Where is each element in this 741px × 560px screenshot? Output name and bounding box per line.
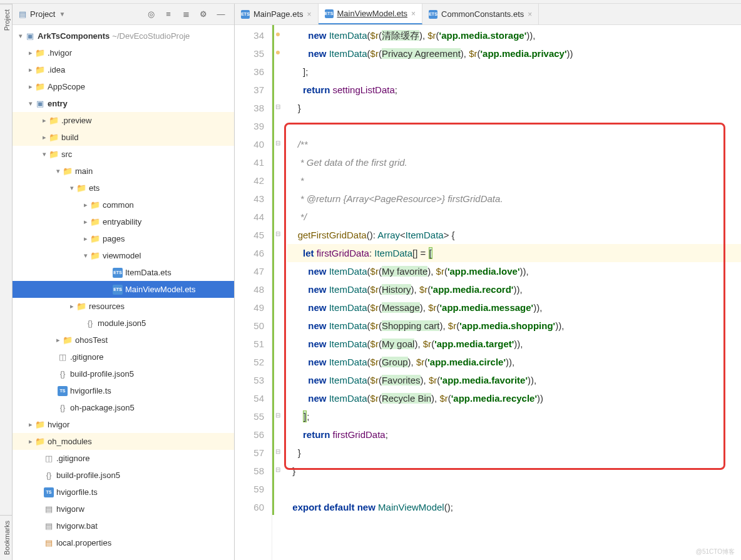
close-icon[interactable]: × <box>528 10 532 19</box>
tree-item[interactable]: ▸{}build-profile.json5 <box>13 365 234 382</box>
tree-item[interactable]: ▾📁src <box>13 146 234 163</box>
ets-file-icon: ETS <box>241 10 250 19</box>
hide-icon[interactable]: — <box>214 8 228 21</box>
tree-item[interactable]: ▸📁.hvigor <box>13 44 234 61</box>
tree-item[interactable]: ▸📁hvigor <box>13 416 234 433</box>
tree-item[interactable]: ▸📁pages <box>13 230 234 247</box>
collapse-icon[interactable]: ≣ <box>179 8 193 21</box>
panel-title[interactable]: Project <box>30 9 55 19</box>
tree-item[interactable]: ▸📁ohosTest <box>13 332 234 349</box>
tree-item[interactable]: ▸▤local.properties <box>13 534 234 551</box>
tree-item[interactable]: ▸📁AppScope <box>13 78 234 95</box>
line-number-gutter: 3435363738394041424344454647484950515253… <box>235 25 272 560</box>
tree-item[interactable]: ▸TShvigorfile.ts <box>13 382 234 399</box>
tree-root[interactable]: ▾▣ ArkTsComponents ~/DevEcoStudioProje <box>13 28 234 44</box>
watermark: @51CTO博客 <box>696 547 735 556</box>
ets-file-icon: ETS <box>429 10 437 19</box>
tree-item[interactable]: ▸{}module.json5 <box>13 315 234 332</box>
tree-item-selected[interactable]: ▸ETSMainViewModel.ets <box>13 281 234 298</box>
gear-icon[interactable]: ⚙ <box>197 8 210 21</box>
tree-item[interactable]: ▾📁ets <box>13 180 234 196</box>
tree-item[interactable]: ▸📁.idea <box>13 61 234 78</box>
code-body[interactable]: new ItemData($r(清除缓存), $r('app.media.sto… <box>281 25 741 560</box>
tool-tab-project[interactable]: Project <box>0 4 12 36</box>
project-view-icon: ▤ <box>19 9 26 19</box>
ets-file-icon: ETS <box>325 9 334 18</box>
tree-item[interactable]: ▸📁build <box>13 129 234 146</box>
tab-mainviewmodel[interactable]: ETS MainViewModel.ets × <box>319 4 423 24</box>
close-icon[interactable]: × <box>411 9 416 18</box>
tree-item[interactable]: ▾📁main <box>13 163 234 180</box>
tree-item[interactable]: ▸{}build-profile.json5 <box>13 467 234 484</box>
expand-icon[interactable]: ≡ <box>161 8 175 21</box>
tree-item[interactable]: ▸▤hvigorw.bat <box>13 517 234 534</box>
fold-gutter: ⊟⊟⊟⊟⊟⊟ <box>272 25 281 560</box>
tool-tab-bookmarks[interactable]: Bookmarks <box>0 515 12 560</box>
tree-item[interactable]: ▸📁entryability <box>13 213 234 230</box>
chevron-down-icon[interactable]: ▼ <box>59 11 65 18</box>
tree-item[interactable]: ▸◫.gitignore <box>13 450 234 467</box>
tree-item[interactable]: ▸📁resources <box>13 298 234 315</box>
tree-item[interactable]: ▸📁oh_modules <box>13 433 234 450</box>
tree-item[interactable]: ▸ETSItemData.ets <box>13 264 234 281</box>
tree-item[interactable]: ▾▣entry <box>13 95 234 112</box>
tree-item[interactable]: ▸📁.preview <box>13 112 234 129</box>
tree-item[interactable]: ▸◫.gitignore <box>13 349 234 365</box>
tree-item[interactable]: ▾📁viewmodel <box>13 247 234 264</box>
code-editor[interactable]: 3435363738394041424344454647484950515253… <box>235 25 741 560</box>
tool-window-bar: Project Bookmarks <box>0 4 13 560</box>
target-icon[interactable]: ◎ <box>144 8 158 21</box>
editor-tabs: ETS MainPage.ets × ETS MainViewModel.ets… <box>235 4 741 25</box>
editor-area: ETS MainPage.ets × ETS MainViewModel.ets… <box>235 4 741 560</box>
project-panel: ▤ Project ▼ ◎ ≡ ≣ ⚙ — ▾▣ ArkTsComponents… <box>13 4 235 560</box>
tree-item[interactable]: ▸TShvigorfile.ts <box>13 484 234 501</box>
tab-mainpage[interactable]: ETS MainPage.ets × <box>235 4 319 24</box>
project-panel-header: ▤ Project ▼ ◎ ≡ ≣ ⚙ — <box>13 4 234 25</box>
tree-item[interactable]: ▸📁common <box>13 196 234 213</box>
close-icon[interactable]: × <box>307 10 312 19</box>
tree-item[interactable]: ▸▤hvigorw <box>13 501 234 517</box>
project-tree: ▾▣ ArkTsComponents ~/DevEcoStudioProje ▸… <box>13 25 234 560</box>
tab-commonconstants[interactable]: ETS CommonConstants.ets × <box>422 4 539 24</box>
tree-item[interactable]: ▸{}oh-package.json5 <box>13 399 234 416</box>
